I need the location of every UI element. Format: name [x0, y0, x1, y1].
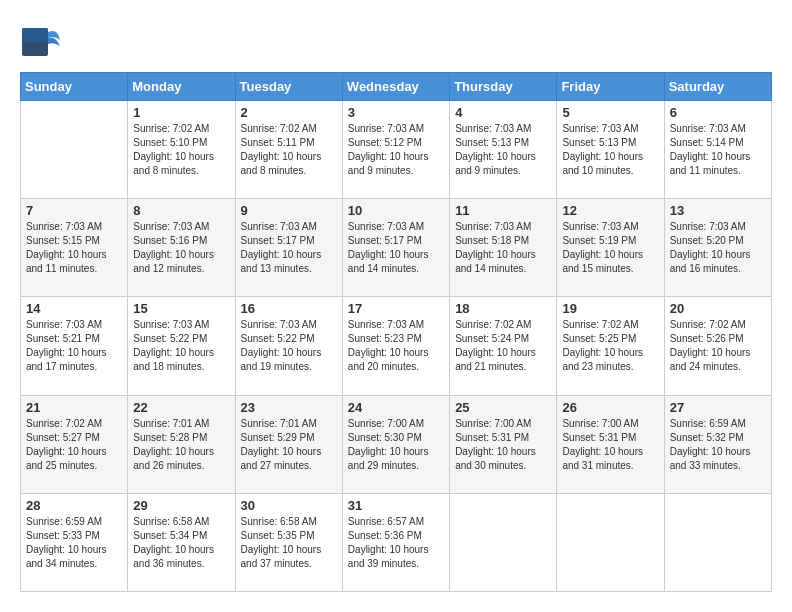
calendar-week-3: 14Sunrise: 7:03 AM Sunset: 5:21 PM Dayli…	[21, 297, 772, 395]
calendar-cell: 12Sunrise: 7:03 AM Sunset: 5:19 PM Dayli…	[557, 199, 664, 297]
day-number: 15	[133, 301, 229, 316]
calendar-cell	[664, 493, 771, 591]
day-number: 23	[241, 400, 337, 415]
calendar-cell: 7Sunrise: 7:03 AM Sunset: 5:15 PM Daylig…	[21, 199, 128, 297]
calendar-cell: 14Sunrise: 7:03 AM Sunset: 5:21 PM Dayli…	[21, 297, 128, 395]
svg-rect-1	[22, 28, 48, 42]
day-info: Sunrise: 7:02 AM Sunset: 5:24 PM Dayligh…	[455, 318, 551, 374]
calendar-cell: 23Sunrise: 7:01 AM Sunset: 5:29 PM Dayli…	[235, 395, 342, 493]
day-info: Sunrise: 7:02 AM Sunset: 5:25 PM Dayligh…	[562, 318, 658, 374]
day-number: 5	[562, 105, 658, 120]
day-info: Sunrise: 7:02 AM Sunset: 5:11 PM Dayligh…	[241, 122, 337, 178]
day-number: 2	[241, 105, 337, 120]
calendar-cell: 13Sunrise: 7:03 AM Sunset: 5:20 PM Dayli…	[664, 199, 771, 297]
day-number: 25	[455, 400, 551, 415]
day-info: Sunrise: 7:03 AM Sunset: 5:21 PM Dayligh…	[26, 318, 122, 374]
day-info: Sunrise: 6:59 AM Sunset: 5:32 PM Dayligh…	[670, 417, 766, 473]
day-info: Sunrise: 7:02 AM Sunset: 5:27 PM Dayligh…	[26, 417, 122, 473]
calendar-cell: 28Sunrise: 6:59 AM Sunset: 5:33 PM Dayli…	[21, 493, 128, 591]
day-number: 26	[562, 400, 658, 415]
calendar-cell: 9Sunrise: 7:03 AM Sunset: 5:17 PM Daylig…	[235, 199, 342, 297]
day-info: Sunrise: 7:02 AM Sunset: 5:10 PM Dayligh…	[133, 122, 229, 178]
day-number: 24	[348, 400, 444, 415]
day-info: Sunrise: 7:03 AM Sunset: 5:17 PM Dayligh…	[241, 220, 337, 276]
weekday-header-tuesday: Tuesday	[235, 73, 342, 101]
weekday-header-friday: Friday	[557, 73, 664, 101]
day-info: Sunrise: 6:57 AM Sunset: 5:36 PM Dayligh…	[348, 515, 444, 571]
calendar-cell: 2Sunrise: 7:02 AM Sunset: 5:11 PM Daylig…	[235, 101, 342, 199]
calendar-cell: 1Sunrise: 7:02 AM Sunset: 5:10 PM Daylig…	[128, 101, 235, 199]
calendar-cell	[557, 493, 664, 591]
calendar-week-1: 1Sunrise: 7:02 AM Sunset: 5:10 PM Daylig…	[21, 101, 772, 199]
calendar-cell: 25Sunrise: 7:00 AM Sunset: 5:31 PM Dayli…	[450, 395, 557, 493]
day-info: Sunrise: 7:02 AM Sunset: 5:26 PM Dayligh…	[670, 318, 766, 374]
day-info: Sunrise: 7:00 AM Sunset: 5:31 PM Dayligh…	[562, 417, 658, 473]
weekday-header-saturday: Saturday	[664, 73, 771, 101]
calendar-cell: 3Sunrise: 7:03 AM Sunset: 5:12 PM Daylig…	[342, 101, 449, 199]
day-info: Sunrise: 7:03 AM Sunset: 5:17 PM Dayligh…	[348, 220, 444, 276]
day-number: 8	[133, 203, 229, 218]
weekday-header-sunday: Sunday	[21, 73, 128, 101]
day-number: 4	[455, 105, 551, 120]
calendar-cell	[450, 493, 557, 591]
day-number: 12	[562, 203, 658, 218]
day-number: 9	[241, 203, 337, 218]
calendar-cell: 5Sunrise: 7:03 AM Sunset: 5:13 PM Daylig…	[557, 101, 664, 199]
day-number: 20	[670, 301, 766, 316]
calendar-week-2: 7Sunrise: 7:03 AM Sunset: 5:15 PM Daylig…	[21, 199, 772, 297]
calendar-cell: 26Sunrise: 7:00 AM Sunset: 5:31 PM Dayli…	[557, 395, 664, 493]
day-info: Sunrise: 7:03 AM Sunset: 5:13 PM Dayligh…	[455, 122, 551, 178]
day-number: 11	[455, 203, 551, 218]
day-number: 6	[670, 105, 766, 120]
calendar-cell: 19Sunrise: 7:02 AM Sunset: 5:25 PM Dayli…	[557, 297, 664, 395]
weekday-header-monday: Monday	[128, 73, 235, 101]
day-info: Sunrise: 7:03 AM Sunset: 5:12 PM Dayligh…	[348, 122, 444, 178]
calendar-cell: 27Sunrise: 6:59 AM Sunset: 5:32 PM Dayli…	[664, 395, 771, 493]
day-info: Sunrise: 7:03 AM Sunset: 5:15 PM Dayligh…	[26, 220, 122, 276]
header	[20, 20, 772, 60]
day-number: 7	[26, 203, 122, 218]
calendar-cell: 15Sunrise: 7:03 AM Sunset: 5:22 PM Dayli…	[128, 297, 235, 395]
calendar-week-5: 28Sunrise: 6:59 AM Sunset: 5:33 PM Dayli…	[21, 493, 772, 591]
day-info: Sunrise: 7:03 AM Sunset: 5:13 PM Dayligh…	[562, 122, 658, 178]
weekday-header-wednesday: Wednesday	[342, 73, 449, 101]
day-number: 21	[26, 400, 122, 415]
day-number: 1	[133, 105, 229, 120]
day-number: 13	[670, 203, 766, 218]
calendar-header: SundayMondayTuesdayWednesdayThursdayFrid…	[21, 73, 772, 101]
day-number: 22	[133, 400, 229, 415]
calendar-cell: 24Sunrise: 7:00 AM Sunset: 5:30 PM Dayli…	[342, 395, 449, 493]
day-info: Sunrise: 6:58 AM Sunset: 5:35 PM Dayligh…	[241, 515, 337, 571]
day-info: Sunrise: 7:03 AM Sunset: 5:16 PM Dayligh…	[133, 220, 229, 276]
calendar-cell	[21, 101, 128, 199]
day-info: Sunrise: 7:00 AM Sunset: 5:31 PM Dayligh…	[455, 417, 551, 473]
calendar-cell: 30Sunrise: 6:58 AM Sunset: 5:35 PM Dayli…	[235, 493, 342, 591]
day-number: 10	[348, 203, 444, 218]
logo	[20, 20, 68, 60]
day-info: Sunrise: 7:00 AM Sunset: 5:30 PM Dayligh…	[348, 417, 444, 473]
calendar-cell: 8Sunrise: 7:03 AM Sunset: 5:16 PM Daylig…	[128, 199, 235, 297]
day-info: Sunrise: 7:03 AM Sunset: 5:23 PM Dayligh…	[348, 318, 444, 374]
day-info: Sunrise: 6:59 AM Sunset: 5:33 PM Dayligh…	[26, 515, 122, 571]
day-info: Sunrise: 7:03 AM Sunset: 5:22 PM Dayligh…	[133, 318, 229, 374]
day-info: Sunrise: 7:03 AM Sunset: 5:18 PM Dayligh…	[455, 220, 551, 276]
calendar-cell: 29Sunrise: 6:58 AM Sunset: 5:34 PM Dayli…	[128, 493, 235, 591]
day-number: 27	[670, 400, 766, 415]
calendar-cell: 18Sunrise: 7:02 AM Sunset: 5:24 PM Dayli…	[450, 297, 557, 395]
day-number: 14	[26, 301, 122, 316]
calendar-cell: 20Sunrise: 7:02 AM Sunset: 5:26 PM Dayli…	[664, 297, 771, 395]
day-info: Sunrise: 7:03 AM Sunset: 5:20 PM Dayligh…	[670, 220, 766, 276]
day-number: 30	[241, 498, 337, 513]
day-number: 18	[455, 301, 551, 316]
weekday-header-thursday: Thursday	[450, 73, 557, 101]
day-info: Sunrise: 7:03 AM Sunset: 5:19 PM Dayligh…	[562, 220, 658, 276]
day-number: 28	[26, 498, 122, 513]
calendar-table: SundayMondayTuesdayWednesdayThursdayFrid…	[20, 72, 772, 592]
day-number: 3	[348, 105, 444, 120]
calendar-cell: 11Sunrise: 7:03 AM Sunset: 5:18 PM Dayli…	[450, 199, 557, 297]
calendar-cell: 16Sunrise: 7:03 AM Sunset: 5:22 PM Dayli…	[235, 297, 342, 395]
calendar-cell: 4Sunrise: 7:03 AM Sunset: 5:13 PM Daylig…	[450, 101, 557, 199]
calendar-cell: 31Sunrise: 6:57 AM Sunset: 5:36 PM Dayli…	[342, 493, 449, 591]
day-number: 17	[348, 301, 444, 316]
calendar-cell: 22Sunrise: 7:01 AM Sunset: 5:28 PM Dayli…	[128, 395, 235, 493]
